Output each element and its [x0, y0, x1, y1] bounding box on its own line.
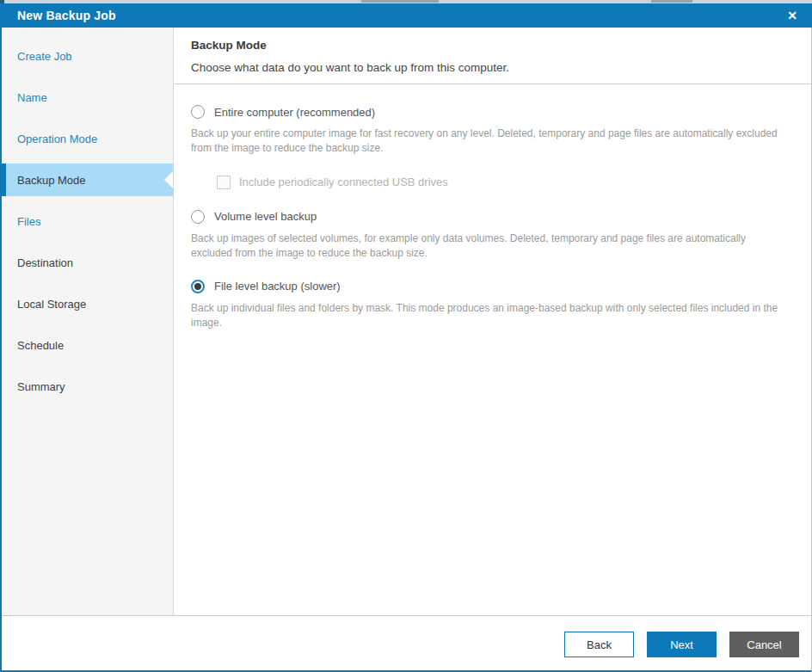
page-subtitle: Choose what data do you want to back up … — [191, 61, 794, 74]
radio-label: Volume level backup — [214, 210, 317, 223]
radio-volume-level-backup[interactable]: Volume level backup — [191, 210, 794, 224]
sidebar-item-summary: Summary — [2, 366, 173, 407]
option-description: Back up your entire computer image for f… — [191, 126, 784, 157]
back-button[interactable]: Back — [564, 632, 634, 657]
page-title: Backup Mode — [191, 39, 794, 52]
background-window-fragment — [361, 0, 439, 3]
sidebar-item-operation-mode[interactable]: Operation Mode — [2, 118, 173, 159]
sidebar-item-schedule: Schedule — [2, 324, 173, 366]
header-divider — [175, 83, 811, 84]
sidebar-item-files[interactable]: Files — [2, 200, 173, 242]
close-icon[interactable]: ✕ — [783, 6, 802, 25]
wizard-steps-sidebar: Create Job Name Operation Mode Backup Mo… — [2, 28, 174, 615]
wizard-footer: Back Next Cancel — [2, 615, 811, 670]
radio-button-icon[interactable] — [191, 105, 205, 119]
radio-button-selected-icon[interactable] — [191, 280, 205, 293]
sidebar-item-local-storage: Local Storage — [2, 283, 173, 324]
sidebar-item-create-job[interactable]: Create Job — [2, 35, 173, 77]
sidebar-item-name[interactable]: Name — [2, 77, 173, 118]
dialog-body: Create Job Name Operation Mode Backup Mo… — [0, 28, 812, 672]
radio-label: File level backup (slower) — [214, 280, 341, 293]
usb-drives-checkbox-row: Include periodically connected USB drive… — [217, 176, 794, 189]
radio-label: Entire computer (recommended) — [214, 106, 375, 119]
cancel-button[interactable]: Cancel — [729, 632, 799, 657]
radio-entire-computer[interactable]: Entire computer (recommended) — [191, 105, 794, 119]
option-description: Back up images of selected volumes, for … — [191, 231, 784, 262]
background-window-fragment — [651, 0, 692, 3]
checkbox-label: Include periodically connected USB drive… — [239, 176, 448, 188]
checkbox-icon[interactable] — [217, 176, 231, 189]
dialog-title: New Backup Job — [17, 9, 116, 22]
sidebar-item-backup-mode[interactable]: Backup Mode — [2, 163, 173, 196]
option-description: Back up individual files and folders by … — [191, 301, 784, 331]
next-button[interactable]: Next — [647, 632, 717, 657]
sidebar-item-destination: Destination — [2, 242, 173, 283]
backup-mode-options: Entire computer (recommended) Back up yo… — [191, 105, 794, 330]
dialog-titlebar: New Backup Job ✕ — [0, 3, 812, 28]
wizard-step-content: Backup Mode Choose what data do you want… — [175, 28, 811, 615]
radio-file-level-backup[interactable]: File level backup (slower) — [191, 280, 794, 293]
radio-button-icon[interactable] — [191, 210, 205, 224]
